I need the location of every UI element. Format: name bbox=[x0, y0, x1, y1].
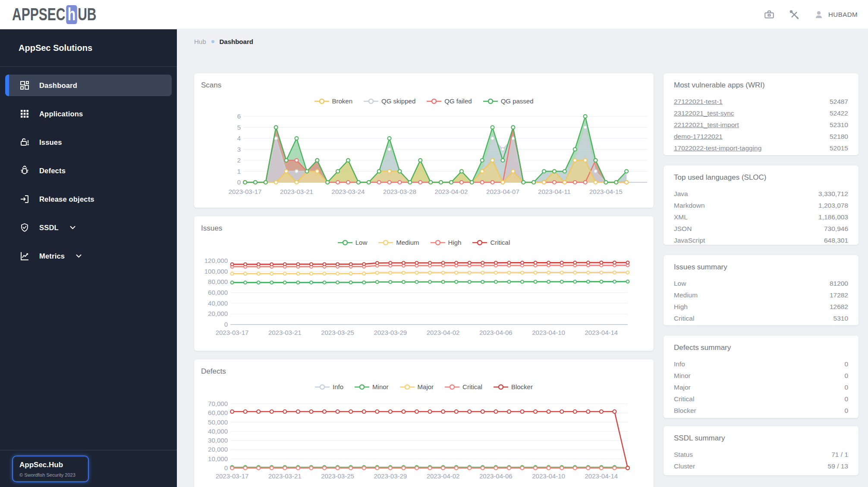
sidebar-item-label: Applications bbox=[39, 110, 83, 118]
svg-text:0: 0 bbox=[224, 464, 228, 471]
username: HUBADM bbox=[828, 11, 858, 18]
svg-text:6: 6 bbox=[237, 112, 241, 120]
sidebar-item-ssdl[interactable]: SSDL bbox=[5, 217, 172, 238]
defects-chart: 010,00020,00030,00040,00050,00060,00070,… bbox=[194, 359, 654, 487]
issues-summary-list: Low81200 Medium17282 High12682 Critical5… bbox=[674, 278, 848, 324]
list-item: Info0 bbox=[674, 358, 848, 370]
logo-text-suffix: UB bbox=[78, 5, 96, 24]
svg-text:50,000: 50,000 bbox=[208, 418, 228, 426]
svg-text:20,000: 20,000 bbox=[208, 446, 228, 453]
wri-value: 52015 bbox=[830, 142, 848, 154]
svg-text:2023-04-06: 2023-04-06 bbox=[479, 472, 513, 480]
count-value: 5310 bbox=[833, 312, 848, 324]
count-value: 0 bbox=[844, 381, 848, 393]
svg-text:1: 1 bbox=[237, 168, 241, 175]
chevron-down-icon bbox=[76, 254, 82, 258]
scans-chart-card: Scans BrokenQG skippedQG failedQG passed… bbox=[194, 73, 654, 208]
svg-text:0: 0 bbox=[224, 321, 228, 328]
sidebar-item-dashboard[interactable]: Dashboard bbox=[5, 75, 172, 96]
svg-text:2023-03-21: 2023-03-21 bbox=[268, 329, 302, 336]
tools-icon[interactable] bbox=[789, 9, 800, 20]
metric-value: 71 / 1 bbox=[831, 449, 848, 460]
svg-text:3: 3 bbox=[237, 146, 241, 153]
logo-text-prefix: APPSEC bbox=[12, 5, 65, 24]
svg-text:2023-04-14: 2023-04-14 bbox=[585, 472, 618, 480]
card-title: Most vulnerable apps (WRI) bbox=[674, 81, 765, 90]
language-name: XML bbox=[674, 211, 688, 223]
sidebar-item-issues[interactable]: Issues bbox=[5, 131, 172, 153]
sidebar-item-label: SSDL bbox=[39, 224, 59, 232]
breadcrumb-root-link[interactable]: Hub bbox=[194, 38, 206, 45]
svg-text:2023-03-29: 2023-03-29 bbox=[374, 329, 407, 336]
svg-text:2023-04-10: 2023-04-10 bbox=[532, 329, 565, 336]
sidebar-item-release-objects[interactable]: Release objects bbox=[5, 188, 172, 210]
svg-text:100,000: 100,000 bbox=[204, 268, 228, 275]
list-item: Critical5310 bbox=[674, 312, 848, 324]
svg-text:4: 4 bbox=[237, 134, 241, 142]
sidebar-item-label: Issues bbox=[39, 138, 62, 147]
defects-chart-card: Defects InfoMinorMajorCriticalBlocker 01… bbox=[194, 359, 654, 487]
shield-check-icon bbox=[19, 222, 30, 233]
list-item: Medium17282 bbox=[674, 289, 848, 301]
svg-text:2023-03-17: 2023-03-17 bbox=[229, 188, 262, 195]
severity-label: Critical bbox=[674, 393, 694, 405]
defects-summary-card: Defects summary Info0 Minor0 Major0 Crit… bbox=[664, 336, 859, 418]
svg-text:60,000: 60,000 bbox=[208, 409, 228, 416]
sloc-value: 3,330,712 bbox=[818, 188, 848, 200]
list-item: Blocker0 bbox=[674, 405, 848, 416]
sidebar-item-metrics[interactable]: Metrics bbox=[5, 245, 172, 267]
list-item: JSON730,946 bbox=[674, 223, 848, 234]
sidebar-item-label: Release objects bbox=[39, 195, 94, 203]
app-link[interactable]: 22122021_test-import bbox=[674, 119, 739, 131]
list-item: 17022022-test-import-tagging52015 bbox=[674, 142, 848, 154]
sidebar-item-label: Dashboard bbox=[39, 81, 77, 90]
ssdl-summary-card: SSDL summary Status71 / 1 Cluster59 / 13 bbox=[664, 426, 859, 475]
app-link[interactable]: demo-17122021 bbox=[674, 131, 723, 142]
svg-text:30,000: 30,000 bbox=[208, 437, 228, 444]
list-item: Markdown1,203,078 bbox=[674, 200, 848, 211]
severity-label: Critical bbox=[674, 312, 694, 324]
logo-h-badge: h bbox=[66, 5, 77, 24]
svg-text:2023-04-02: 2023-04-02 bbox=[427, 329, 460, 336]
language-name: JavaScript bbox=[674, 234, 705, 246]
svg-text:2023-04-02: 2023-04-02 bbox=[435, 188, 468, 195]
sidebar-item-defects[interactable]: Defects bbox=[5, 160, 172, 181]
sidebar-footer-box[interactable]: AppSec.Hub © Swordfish Security 2023 bbox=[12, 456, 89, 482]
wri-value: 52310 bbox=[830, 119, 848, 131]
sidebar-item-label: Defects bbox=[39, 167, 66, 175]
language-name: Java bbox=[674, 188, 688, 200]
app-logo[interactable]: APPSEChUB bbox=[12, 5, 97, 24]
user-menu[interactable]: HUBADM bbox=[814, 9, 858, 20]
svg-text:2023-03-28: 2023-03-28 bbox=[383, 188, 416, 195]
severity-label: High bbox=[674, 301, 688, 312]
sidebar: AppSec Solutions Dashboard Applications bbox=[0, 29, 177, 487]
count-value: 0 bbox=[844, 405, 848, 416]
copyright: © Swordfish Security 2023 bbox=[19, 472, 82, 478]
toolbox-icon[interactable] bbox=[764, 9, 775, 20]
sidebar-item-applications[interactable]: Applications bbox=[5, 103, 172, 125]
app-link[interactable]: 27122021-test-1 bbox=[674, 96, 723, 107]
svg-text:2023-04-07: 2023-04-07 bbox=[486, 188, 519, 195]
count-value: 0 bbox=[844, 358, 848, 370]
sidebar-nav: Dashboard Applications Issues bbox=[0, 67, 177, 267]
sidebar-footer: AppSec.Hub © Swordfish Security 2023 bbox=[0, 450, 177, 487]
list-item: Cluster59 / 13 bbox=[674, 460, 848, 472]
svg-text:20,000: 20,000 bbox=[208, 310, 228, 317]
list-item: 22122021_test-import52310 bbox=[674, 119, 848, 131]
count-value: 0 bbox=[844, 393, 848, 405]
app-link[interactable]: 23122021_test-sync bbox=[674, 107, 734, 119]
svg-text:2023-03-25: 2023-03-25 bbox=[321, 329, 354, 336]
list-item: JavaScript648,301 bbox=[674, 234, 848, 246]
list-item: Status71 / 1 bbox=[674, 449, 848, 460]
chevron-down-icon bbox=[70, 226, 75, 229]
svg-text:120,000: 120,000 bbox=[204, 257, 228, 264]
defects-summary-list: Info0 Minor0 Major0 Critical0 Blocker0 bbox=[674, 358, 848, 416]
app-link[interactable]: 17022022-test-import-tagging bbox=[674, 142, 761, 154]
svg-text:2023-04-11: 2023-04-11 bbox=[538, 188, 571, 195]
bug-icon bbox=[19, 165, 30, 176]
list-item: 27122021-test-152487 bbox=[674, 96, 848, 107]
top-languages-card: Top used languages (SLOC) Java3,330,712 … bbox=[664, 165, 859, 245]
svg-text:80,000: 80,000 bbox=[208, 278, 228, 285]
most-vulnerable-apps-card: Most vulnerable apps (WRI) 27122021-test… bbox=[664, 73, 859, 155]
list-item: demo-1712202152180 bbox=[674, 131, 848, 142]
